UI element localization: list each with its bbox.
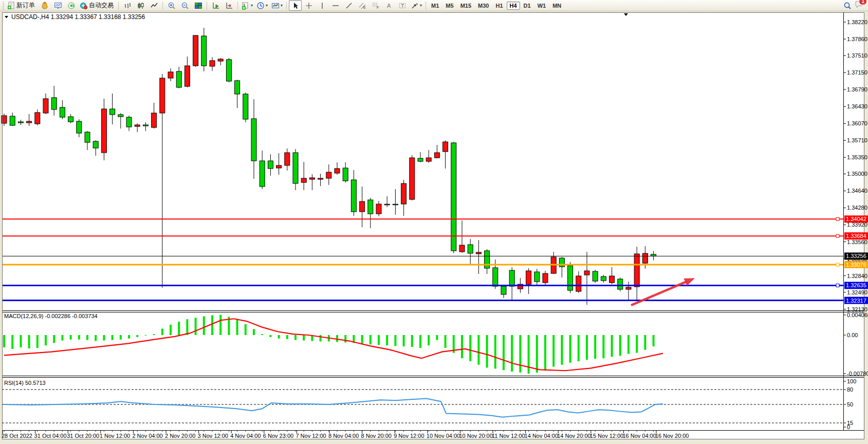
time-axis-label: 11 Nov 12:00 [492, 433, 525, 439]
text-button[interactable]: A [382, 0, 395, 11]
macd-axis-label: 0.00 [847, 332, 858, 338]
price-axis-label: 1.37150 [847, 69, 867, 76]
toolbar-separator [162, 2, 163, 10]
tile-windows-button[interactable] [192, 0, 205, 11]
fibonacci-button[interactable]: F [369, 0, 382, 11]
tab-timeframe-d1[interactable]: D1 [521, 2, 534, 10]
horizontal-line-button[interactable] [329, 0, 342, 11]
tab-timeframe-h4[interactable]: H4 [507, 2, 520, 10]
price-axis-label: 1.35710 [847, 137, 867, 143]
price-axis-label: 1.36790 [847, 86, 867, 92]
dropdown-caret: ▾ [251, 4, 253, 8]
candle-body [343, 168, 348, 181]
chart-window[interactable]: 1.382201.378601.375101.371501.367901.364… [0, 0, 868, 444]
time-axis-label: 31 Oct 20:00 [67, 433, 99, 439]
line-chart-button[interactable] [147, 0, 160, 11]
candle-body [176, 71, 181, 87]
equidistant-channel-icon: E [358, 2, 366, 10]
search-icon[interactable] [843, 2, 852, 10]
templates-button[interactable]: ▾ [270, 0, 284, 11]
candlestick-chart-icon [137, 2, 145, 10]
new-order-button[interactable]: 新订单 [6, 0, 38, 11]
new-chart-icon [242, 2, 250, 10]
time-axis-label: 16 Nov 04:00 [622, 433, 656, 439]
line-drag-handle[interactable] [836, 217, 839, 220]
line-drag-handle[interactable] [836, 284, 839, 287]
candle-body [468, 245, 473, 253]
tab-timeframe-w1[interactable]: W1 [534, 2, 549, 10]
cursor-button[interactable] [289, 0, 302, 11]
line-drag-handle[interactable] [836, 234, 839, 237]
crosshair-button[interactable] [302, 0, 315, 11]
time-axis-label: 9 Nov 12:00 [394, 433, 424, 439]
price-axis-label: 1.38220 [847, 19, 867, 25]
time-axis-label: 14 Nov 04:00 [525, 433, 558, 439]
template-icon [271, 2, 280, 10]
candle-body [243, 94, 248, 119]
candle-body [143, 125, 148, 126]
candle-body [201, 36, 207, 66]
candle-body [476, 252, 481, 254]
signals-button[interactable] [65, 0, 78, 11]
tab-timeframe-m1[interactable]: M1 [428, 2, 442, 10]
candle-body [110, 109, 115, 115]
candle-body [368, 200, 373, 214]
line-drag-handle[interactable] [836, 263, 839, 266]
zoom-in-button[interactable] [165, 0, 178, 11]
candle-body [35, 113, 40, 124]
rsi-axis-label: 100 [847, 378, 856, 384]
candle-body [393, 204, 398, 205]
tab-timeframe-mn[interactable]: MN [549, 2, 564, 10]
auto-scroll-button[interactable] [209, 0, 222, 11]
channel-button[interactable]: E [356, 0, 368, 11]
market-watch-button[interactable] [51, 0, 64, 11]
arrows-button[interactable]: ▾ [409, 0, 423, 11]
time-axis-label: 15 Nov 12:00 [590, 433, 623, 439]
dropdown-caret: ▾ [420, 4, 422, 8]
trendline-button[interactable] [342, 0, 355, 11]
candle-body [584, 271, 589, 275]
tab-timeframe-m30[interactable]: M30 [475, 2, 492, 10]
chat-button[interactable]: 1 [855, 1, 863, 11]
bar-chart-button[interactable] [121, 0, 134, 11]
autotrade-button[interactable]: 自动交易 [78, 0, 116, 11]
price-axis-label: 1.36430 [847, 103, 867, 109]
main-toolbar: 新订单 自动交易 ▾ ▾ [0, 0, 868, 11]
tab-timeframe-m15[interactable]: M15 [457, 2, 474, 10]
price-axis-label: 1.36070 [847, 120, 867, 126]
tab-timeframe-h1[interactable]: H1 [492, 2, 506, 10]
candle-body [301, 178, 306, 182]
candle-body [376, 204, 381, 214]
toolbar-separator [426, 2, 426, 10]
autotrade-icon [80, 2, 88, 10]
zoom-out-button[interactable] [178, 0, 191, 11]
rsi-axis-label: 0 [847, 424, 850, 430]
periods-button[interactable]: ▾ [255, 0, 269, 11]
candle-body [77, 121, 82, 133]
candle-body [126, 117, 132, 127]
chart-background[interactable] [2, 12, 864, 439]
candlestick-chart-button[interactable] [134, 0, 147, 11]
candle-body [251, 119, 256, 161]
candle-body [601, 276, 606, 281]
time-axis-label: 7 Nov 12:00 [296, 433, 326, 439]
gold-pouch-icon [41, 2, 49, 10]
alerts-button[interactable] [38, 0, 51, 11]
price-axis-label: 1.35350 [847, 154, 867, 160]
time-axis-label: 3 Nov 12:00 [198, 433, 228, 439]
bar-chart-icon [123, 2, 132, 10]
chart-shift-button[interactable] [223, 0, 235, 11]
candle-body [93, 141, 98, 148]
macd-indicator-label: MACD(12,26,9) -0.002286 -0.003734 [4, 313, 98, 319]
new-chart-button[interactable]: ▾ [240, 0, 254, 11]
tab-timeframe-m5[interactable]: M5 [442, 2, 456, 10]
candle-body [318, 178, 323, 179]
candle-body [51, 98, 57, 109]
vertical-line-button[interactable] [316, 0, 328, 11]
label-button[interactable]: T [396, 0, 409, 11]
price-badge-label: 1.32635 [846, 282, 866, 288]
rsi-indicator-label: RSI(14) 50.5713 [4, 380, 46, 386]
svg-text:F: F [377, 6, 379, 9]
time-axis-label: 10 Nov 04:00 [427, 433, 460, 439]
macd-axis-label: -0.007809 [847, 371, 868, 377]
